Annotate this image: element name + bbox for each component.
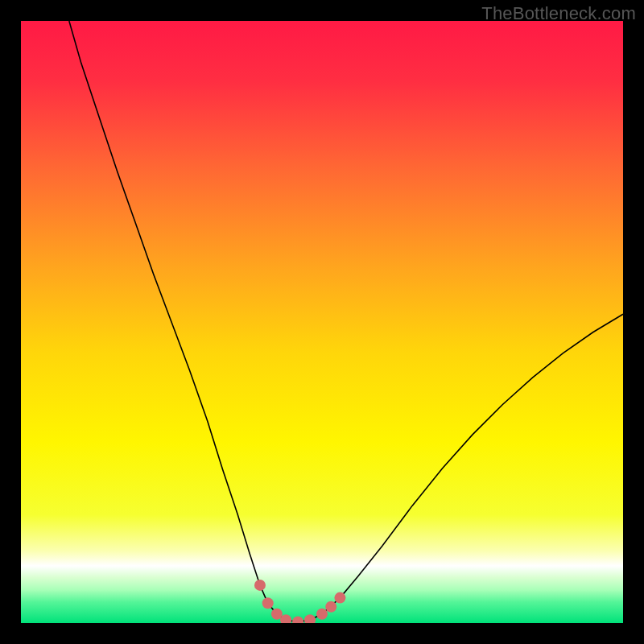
bottleneck-marker	[316, 609, 328, 620]
chart-background	[21, 21, 623, 623]
plot-frame	[21, 21, 623, 623]
watermark-text: TheBottleneck.com	[481, 3, 636, 24]
bottleneck-marker	[262, 597, 274, 609]
bottleneck-chart	[21, 21, 623, 623]
bottleneck-marker	[254, 580, 266, 591]
bottleneck-marker	[325, 601, 336, 613]
bottleneck-marker	[334, 592, 345, 604]
